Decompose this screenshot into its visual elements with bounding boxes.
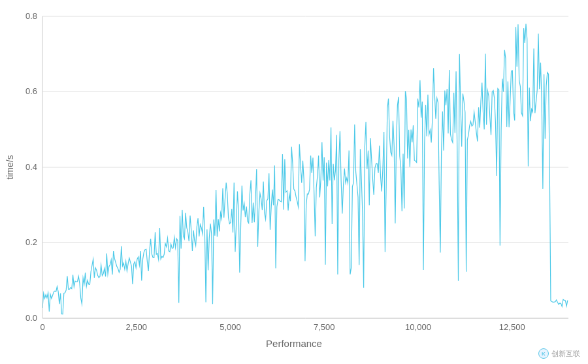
- chart-container: K 创新互联: [0, 0, 588, 364]
- watermark: K 创新互联: [538, 348, 580, 359]
- watermark-logo: K: [538, 348, 549, 359]
- watermark-text: 创新互联: [551, 349, 580, 359]
